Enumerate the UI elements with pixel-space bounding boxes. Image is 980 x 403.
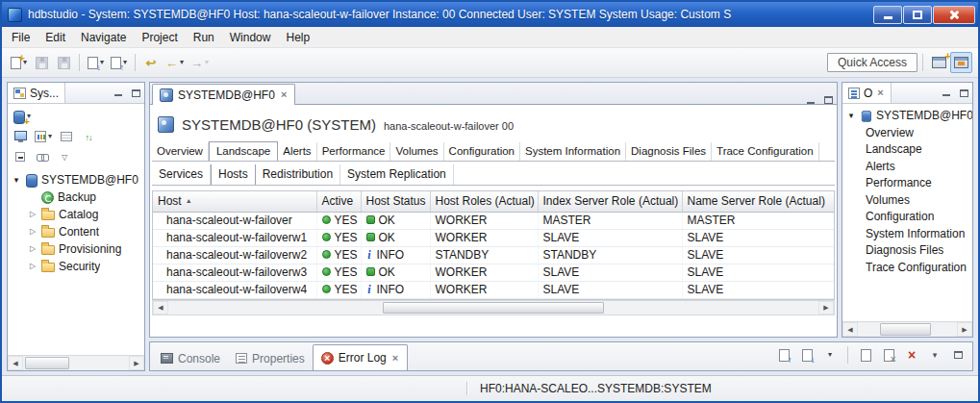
tab-alerts[interactable]: Alerts (278, 142, 316, 161)
outline-item-trace-configuration[interactable]: Trace Configuration (842, 259, 972, 276)
menu-edit[interactable]: Edit (38, 28, 73, 47)
export-log-button[interactable] (774, 345, 793, 365)
maximize-editor-button[interactable] (819, 96, 837, 104)
column-header-host[interactable]: Host▲ (153, 191, 316, 212)
menu-window[interactable]: Window (222, 28, 279, 47)
scrollbar-track[interactable] (168, 301, 818, 315)
systems-view-tab[interactable]: Sys... (8, 83, 65, 103)
minimize-button[interactable] (873, 6, 902, 24)
outline-item-landscape[interactable]: Landscape (842, 141, 972, 159)
import-button[interactable]: ▾ (85, 52, 107, 73)
maximize-panel-button[interactable] (948, 345, 967, 365)
sync-button[interactable] (79, 127, 98, 146)
tab-overview[interactable]: Overview (152, 142, 209, 161)
open-perspective-button[interactable] (928, 52, 949, 73)
column-header-name-server-role-actual[interactable]: Name Server Role (Actual) (682, 191, 835, 212)
minimize-view-button[interactable] (938, 83, 955, 103)
editor-tab[interactable]: SYSTEMDB@HF0 × (152, 84, 295, 105)
horizontal-scrollbar[interactable]: ◀ ▶ (152, 300, 835, 315)
tab-performance[interactable]: Performance (317, 142, 391, 161)
scrollbar-thumb[interactable] (880, 323, 932, 336)
view-menu-button[interactable]: ▽ (55, 147, 74, 166)
scrollbar-track[interactable] (23, 356, 129, 370)
outline-view-tab[interactable]: O × (842, 83, 892, 103)
title-bar[interactable]: hdbstudio - System: SYSTEMDB@HF0 Host: h… (2, 2, 978, 27)
collapsed-arrow-icon[interactable]: ▷ (28, 228, 38, 236)
outline-item-performance[interactable]: Performance (842, 175, 972, 192)
scroll-right-button[interactable]: ▶ (129, 356, 144, 370)
tab-system-information[interactable]: System Information (520, 142, 626, 161)
horizontal-scrollbar[interactable]: ◀ ▶ (842, 321, 972, 337)
open-log-button[interactable] (856, 345, 875, 365)
outline-item-diagnosis-files[interactable]: Diagnosis Files (842, 242, 972, 260)
expanded-arrow-icon[interactable]: ▾ (846, 112, 856, 120)
dropdown-icon[interactable]: ▾ (48, 133, 52, 140)
tab-console[interactable]: Console (153, 346, 228, 370)
close-tab-icon[interactable]: × (391, 353, 399, 364)
table-row[interactable]: hana-scaleout-w-failoverw2YESiINFOSTANDB… (153, 246, 835, 264)
table-row[interactable]: hana-scaleout-w-failoverw4YESiINFOWORKER… (153, 281, 835, 298)
clear-log-button[interactable] (879, 345, 898, 365)
subtab-hosts[interactable]: Hosts (211, 164, 256, 186)
outline-item-overview[interactable]: Overview (842, 124, 972, 141)
tab-landscape[interactable]: Landscape (209, 141, 278, 162)
outline-item-alerts[interactable]: Alerts (842, 158, 972, 175)
tab-configuration[interactable]: Configuration (444, 142, 520, 161)
dropdown-icon[interactable]: ▾ (205, 59, 209, 66)
export-button[interactable]: ▾ (108, 52, 130, 73)
minimize-panel-button[interactable]: ▾ (925, 345, 944, 365)
administration-console-perspective-button[interactable] (950, 52, 972, 73)
maximize-view-button[interactable] (127, 83, 144, 103)
column-header-host-roles-actual[interactable]: Host Roles (Actual) (430, 191, 538, 212)
subtab-system-replication[interactable]: System Replication (340, 164, 454, 185)
collapsed-arrow-icon[interactable]: ▷ (28, 263, 38, 270)
scrollbar-track[interactable] (858, 322, 957, 337)
column-header-active[interactable]: Active (316, 191, 361, 212)
last-edit-location-button[interactable]: ↩ (140, 52, 162, 73)
close-view-icon[interactable]: × (876, 88, 884, 98)
column-header-host-status[interactable]: Host Status (361, 191, 430, 212)
tree-item-security[interactable]: ▷Security (8, 258, 144, 275)
scroll-left-button[interactable]: ◀ (153, 301, 168, 315)
outline-item-configuration[interactable]: Configuration (842, 209, 972, 226)
scrollbar-thumb[interactable] (383, 302, 604, 314)
dropdown-icon[interactable]: ▾ (180, 59, 184, 66)
add-system-button[interactable]: ▾ (11, 107, 33, 126)
sql-console-button[interactable] (57, 127, 76, 146)
import-log-button[interactable] (797, 345, 817, 365)
tree-item-content[interactable]: ▷Content (8, 223, 144, 240)
menu-help[interactable]: Help (278, 28, 317, 47)
minimize-view-button[interactable] (110, 83, 127, 103)
subtab-redistribution[interactable]: Redistribution (256, 164, 340, 185)
log-view-menu-button[interactable]: ▾ (820, 345, 840, 365)
tab-properties[interactable]: Properties (228, 346, 313, 370)
forward-button[interactable]: →▾ (188, 52, 212, 73)
menu-project[interactable]: Project (134, 28, 185, 47)
tab-error-log[interactable]: Error Log× (313, 344, 408, 370)
tab-trace-configuration[interactable]: Trace Configuration (712, 142, 819, 161)
back-button[interactable]: ←▾ (163, 52, 187, 73)
collapsed-arrow-icon[interactable]: ▷ (28, 245, 38, 253)
maximize-view-button[interactable] (955, 83, 972, 103)
subtab-services[interactable]: Services (152, 164, 211, 185)
tree-item-systemdb-hf0[interactable]: ▾SYSTEMDB@HF0 (8, 171, 144, 189)
table-row[interactable]: hana-scaleout-w-failoverw3YESOKWORKERSLA… (153, 264, 835, 281)
horizontal-scrollbar[interactable]: ◀ ▶ (8, 355, 144, 370)
scroll-right-button[interactable]: ▶ (818, 301, 834, 315)
menu-navigate[interactable]: Navigate (73, 28, 134, 47)
administration-button[interactable]: ▾ (33, 127, 54, 146)
minimize-editor-button[interactable] (802, 98, 819, 104)
scroll-left-button[interactable]: ◀ (8, 356, 23, 370)
maximize-button[interactable] (903, 6, 932, 24)
delete-log-button[interactable] (902, 345, 921, 365)
table-row[interactable]: hana-scaleout-w-failoverYESOKWORKERMASTE… (153, 212, 835, 229)
outline-item-volumes[interactable]: Volumes (842, 191, 972, 209)
tree-item-provisioning[interactable]: ▷Provisioning (8, 240, 144, 258)
collapsed-arrow-icon[interactable]: ▷ (28, 211, 38, 218)
table-row[interactable]: hana-scaleout-w-failoverw1YESOKWORKERSLA… (153, 229, 835, 246)
save-all-button[interactable] (53, 52, 74, 73)
expanded-arrow-icon[interactable]: ▾ (12, 176, 21, 185)
scroll-right-button[interactable]: ▶ (957, 322, 972, 337)
scrollbar-thumb[interactable] (25, 357, 69, 369)
close-button[interactable] (933, 6, 975, 24)
